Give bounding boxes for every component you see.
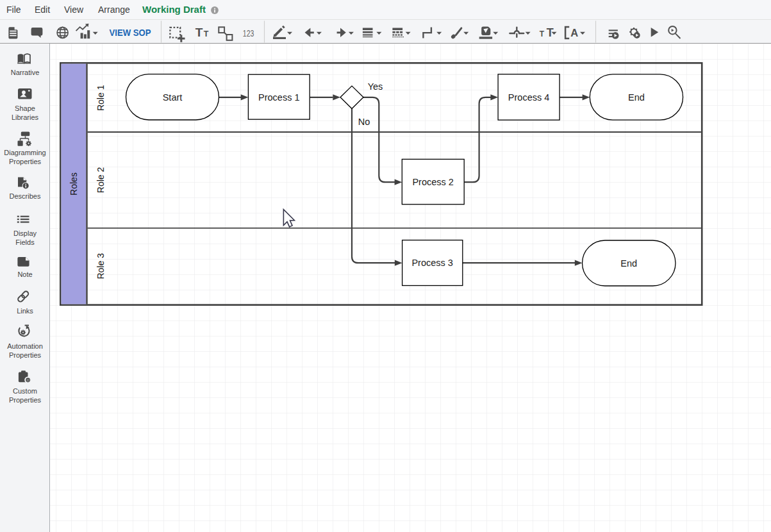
svg-text:Process 2: Process 2 — [412, 177, 453, 187]
svg-text:Role 2: Role 2 — [95, 167, 106, 194]
svg-text:Role 1: Role 1 — [95, 85, 106, 111]
svg-text:A: A — [570, 27, 578, 38]
svg-text:Role 3: Role 3 — [95, 253, 106, 279]
svg-text:No: No — [358, 117, 370, 127]
svg-text:Process 4: Process 4 — [508, 92, 549, 103]
svg-text:Yes: Yes — [368, 81, 383, 92]
svg-text:T: T — [204, 29, 209, 38]
svg-text:T: T — [540, 29, 545, 38]
svg-text:Roles: Roles — [69, 172, 79, 195]
svg-text:T: T — [195, 26, 203, 39]
svg-text:123: 123 — [243, 28, 254, 38]
svg-text:Process 3: Process 3 — [411, 258, 452, 268]
svg-text:End: End — [620, 258, 637, 269]
svg-text:Process 1: Process 1 — [258, 92, 299, 103]
svg-text:End: End — [628, 92, 645, 103]
svg-text:VIEW SOP: VIEW SOP — [110, 28, 151, 38]
svg-text:Start: Start — [163, 92, 183, 103]
